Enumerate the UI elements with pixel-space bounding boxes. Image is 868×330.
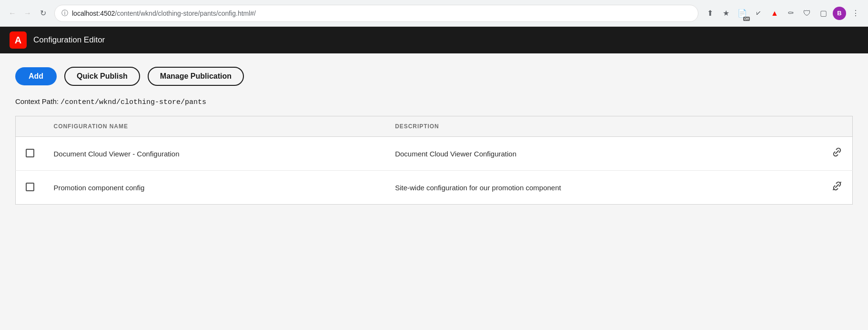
extension-adobe-button[interactable]: ▲ (768, 7, 781, 20)
col-actions-header (822, 116, 853, 137)
quick-publish-button[interactable]: Quick Publish (64, 67, 140, 86)
col-checkbox (16, 116, 44, 137)
row-1-name: Document Cloud Viewer - Configuration (44, 137, 386, 171)
share-button[interactable]: ⬆ (703, 7, 717, 20)
user-avatar[interactable]: B (833, 7, 846, 20)
col-description-header: DESCRIPTION (385, 116, 822, 137)
extension-badge: 📄 Off (736, 7, 749, 20)
row-2-description: Site-wide configuration for our promotio… (385, 171, 822, 205)
context-path-line: Context Path: /content/wknd/clothing-sto… (15, 97, 853, 106)
context-path-value: /content/wknd/clothing-store/pants (61, 98, 206, 106)
browser-chrome: ← → ↻ ⓘ localhost:4502/content/wknd/clot… (0, 0, 868, 27)
row-2-name: Promotion component config (44, 171, 386, 205)
add-button[interactable]: Add (15, 67, 57, 85)
svg-line-1 (840, 182, 841, 183)
config-table: CONFIGURATION NAME DESCRIPTION Document … (15, 116, 853, 205)
broken-link-icon[interactable] (831, 180, 843, 195)
manage-publication-button[interactable]: Manage Publication (148, 67, 244, 86)
table-body: Document Cloud Viewer - Configuration Do… (16, 137, 853, 205)
row-1-checkbox-cell (16, 137, 44, 171)
col-name-header: CONFIGURATION NAME (44, 116, 386, 137)
link-icon[interactable] (831, 148, 843, 160)
tab-button[interactable]: ▢ (817, 7, 830, 20)
back-button[interactable]: ← (6, 7, 19, 20)
menu-button[interactable]: ⋮ (849, 7, 862, 20)
row-1-description: Document Cloud Viewer Configuration (385, 137, 822, 171)
url-display: localhost:4502/content/wknd/clothing-sto… (72, 10, 691, 17)
extension-2-button[interactable]: 🗸 (752, 7, 765, 20)
app-header: A Configuration Editor (0, 27, 868, 53)
row-1-actions (822, 137, 853, 171)
table-header: CONFIGURATION NAME DESCRIPTION (16, 116, 853, 137)
forward-button[interactable]: → (21, 7, 34, 20)
svg-line-0 (833, 189, 834, 190)
reload-button[interactable]: ↻ (36, 7, 50, 20)
address-bar[interactable]: ⓘ localhost:4502/content/wknd/clothing-s… (54, 5, 698, 22)
table-row: Document Cloud Viewer - Configuration Do… (16, 137, 853, 171)
table-row: Promotion component config Site-wide con… (16, 171, 853, 205)
context-path-label: Context Path: (15, 97, 59, 105)
info-icon: ⓘ (61, 9, 68, 18)
extensions-button[interactable]: ⚰ (784, 7, 797, 20)
toolbar: Add Quick Publish Manage Publication (15, 67, 853, 86)
app-logo: A (10, 31, 27, 49)
row-2-checkbox-cell (16, 171, 44, 205)
bookmark-button[interactable]: ★ (719, 7, 733, 20)
browser-actions: ⬆ ★ 📄 Off 🗸 ▲ ⚰ 🛡 ▢ B ⋮ (703, 7, 862, 20)
row-2-actions (822, 171, 853, 205)
app-title: Configuration Editor (33, 35, 105, 45)
vpn-button[interactable]: 🛡 (800, 7, 814, 20)
nav-buttons: ← → ↻ (6, 7, 50, 20)
main-content: Add Quick Publish Manage Publication Con… (0, 53, 868, 330)
row-1-checkbox[interactable] (26, 149, 34, 157)
row-2-checkbox[interactable] (26, 183, 34, 191)
